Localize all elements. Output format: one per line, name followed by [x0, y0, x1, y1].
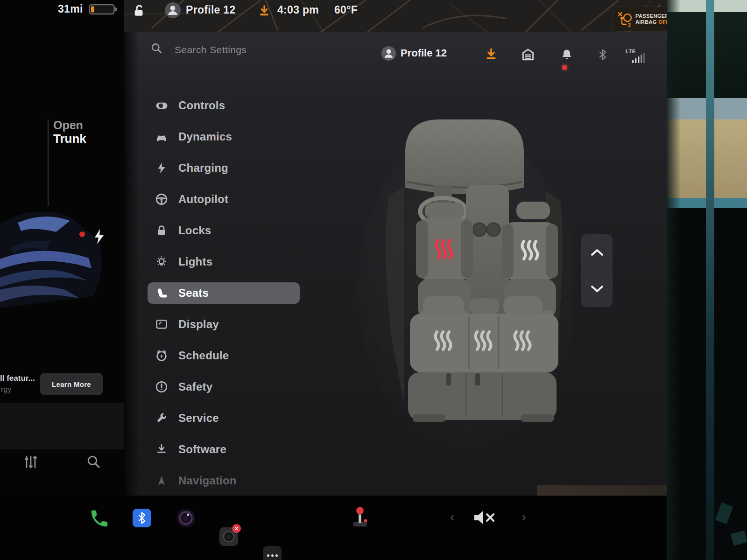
- learn-more-button[interactable]: Learn More: [40, 373, 103, 395]
- sidebar-item-label: Navigation: [178, 474, 237, 487]
- search-settings-input[interactable]: Search Settings: [175, 44, 247, 56]
- settings-sidebar: Controls Dynamics Charging Autopilot Loc…: [148, 95, 300, 501]
- outside-temperature[interactable]: 60°F: [334, 4, 358, 16]
- sidebar-item-locks[interactable]: Locks: [148, 220, 300, 241]
- sidebar-item-service[interactable]: Service: [148, 407, 300, 429]
- trunk-label: Trunk: [53, 132, 86, 146]
- notification-dot: [562, 65, 567, 70]
- display-icon: [155, 317, 169, 331]
- bluetooth-icon[interactable]: [597, 48, 609, 61]
- garage-homelink-icon[interactable]: [521, 47, 536, 62]
- airbag-line2: AIRBAG: [635, 19, 657, 25]
- screen-bottom-edge: [537, 485, 670, 496]
- cluster-truncated-text2: rgy: [1, 385, 11, 394]
- lock-icon: [155, 224, 169, 238]
- header-avatar-icon[interactable]: [381, 46, 396, 61]
- steering-wheel-icon: [155, 192, 169, 206]
- download-icon[interactable]: [258, 5, 271, 18]
- rear-headrest-center: [469, 298, 500, 314]
- sidebar-item-navigation[interactable]: Navigation: [148, 470, 300, 491]
- passenger-airbag-badge: 2 PASSENGER AIRBAG OFF: [613, 7, 676, 31]
- rear-headrest-right: [503, 296, 543, 315]
- status-profile-label[interactable]: Profile 12: [186, 4, 236, 16]
- sidebar-item-schedule[interactable]: Schedule: [148, 345, 300, 366]
- volume-muted-icon[interactable]: [472, 509, 497, 526]
- panel-left-shadow: [124, 32, 140, 496]
- audio-settings-icon[interactable]: [22, 454, 39, 470]
- sidebar-item-display[interactable]: Display: [148, 314, 300, 335]
- dashcam-alert-badge: [232, 524, 241, 533]
- cluster-divider: [48, 119, 49, 206]
- cupholder: [473, 223, 486, 236]
- sidebar-item-software[interactable]: Software: [148, 439, 300, 460]
- sidebar-item-label: Display: [178, 318, 219, 331]
- sidebar-item-label: Safety: [178, 380, 212, 393]
- navigation-icon: [155, 474, 169, 488]
- sidebar-item-label: Autopilot: [178, 193, 228, 206]
- car-icon: [155, 130, 169, 144]
- cupholder: [487, 223, 500, 236]
- schedule-icon: [155, 349, 169, 363]
- cabin-seat-visualization: [355, 112, 574, 476]
- sidebar-item-label: Seats: [178, 287, 209, 300]
- vehicle-render: [0, 198, 112, 313]
- sidebar-item-label: Software: [178, 443, 226, 456]
- sidebar-item-safety[interactable]: Safety: [148, 376, 300, 398]
- scroll-down-button[interactable]: [581, 271, 613, 308]
- app-drawer-icon[interactable]: [263, 546, 282, 560]
- media-search-icon[interactable]: [85, 454, 101, 469]
- open-trunk-control[interactable]: Open Trunk: [53, 119, 86, 146]
- signal-strength-icon: [631, 52, 647, 64]
- cluster-truncated-text: ll featur...: [0, 374, 37, 383]
- profile-avatar-icon[interactable]: [164, 2, 181, 19]
- tesla-touchscreen: 31mi Profile 12 4:03 pm 60°F 2 PASSE: [0, 0, 747, 560]
- chevron-up-icon: [591, 249, 604, 256]
- dashboard: [405, 119, 524, 194]
- airbag-icon: 2: [617, 11, 633, 28]
- software-download-icon: [155, 442, 169, 456]
- open-label: Open: [53, 119, 86, 132]
- sidebar-item-label: Charging: [178, 161, 228, 175]
- sidebar-item-label: Controls: [178, 99, 225, 112]
- media-next-button[interactable]: ›: [522, 510, 526, 524]
- bluetooth-app-icon[interactable]: [133, 509, 151, 527]
- joystick-icon[interactable]: [349, 505, 371, 529]
- chevron-down-icon: [591, 285, 604, 293]
- rear-headrest-left: [423, 296, 464, 315]
- alert-icon: [155, 380, 169, 394]
- camera-app-icon[interactable]: [176, 509, 195, 527]
- notifications-bell-icon[interactable]: [560, 48, 573, 61]
- search-icon: [150, 42, 162, 54]
- sidebar-item-label: Lights: [178, 255, 212, 268]
- sidebar-item-label: Schedule: [178, 349, 229, 362]
- cluster-lower-panel: [0, 403, 124, 449]
- cabin-environment: [667, 0, 747, 560]
- seat-icon: [155, 286, 169, 300]
- sidebar-item-controls[interactable]: Controls: [148, 95, 300, 116]
- unlocked-icon[interactable]: [132, 4, 146, 18]
- seat-view-scroll: [581, 234, 613, 307]
- sidebar-item-seats[interactable]: Seats: [148, 282, 300, 304]
- header-profile-label[interactable]: Profile 12: [401, 47, 447, 59]
- battery-range: 31mi: [58, 3, 83, 15]
- battery-icon: [89, 4, 118, 15]
- sidebar-item-label: Service: [178, 412, 219, 425]
- sidebar-item-charging[interactable]: Charging: [148, 157, 300, 179]
- sidebar-item-autopilot[interactable]: Autopilot: [148, 189, 300, 210]
- lightbulb-icon: [155, 255, 169, 269]
- charge-port-indicator: [79, 231, 85, 237]
- sidebar-item-label: Dynamics: [178, 130, 232, 143]
- media-previous-button[interactable]: ‹: [450, 510, 454, 524]
- scroll-up-button[interactable]: [581, 234, 613, 271]
- rear-bench: [408, 296, 558, 422]
- sidebar-item-lights[interactable]: Lights: [148, 251, 300, 273]
- dashcam-app-icon[interactable]: [219, 527, 238, 546]
- lightning-icon: [155, 161, 169, 175]
- rear-cushion: [408, 372, 557, 420]
- clock: 4:03 pm: [277, 4, 319, 16]
- sidebar-item-dynamics[interactable]: Dynamics: [148, 126, 300, 147]
- software-update-icon[interactable]: [484, 48, 498, 62]
- sidebar-item-label: Locks: [178, 224, 211, 237]
- phone-icon[interactable]: [89, 508, 110, 529]
- airbag-seat-number: 2: [628, 22, 631, 28]
